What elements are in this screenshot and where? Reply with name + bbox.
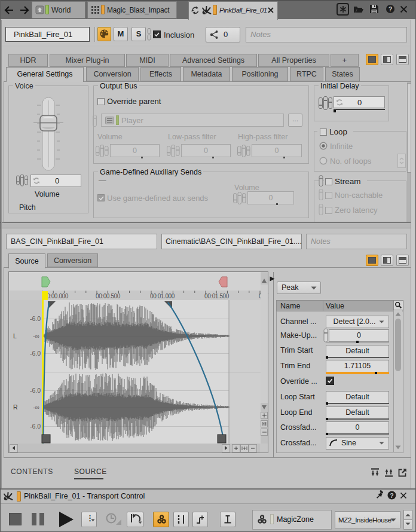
- svg-text:R: R: [13, 403, 18, 411]
- svg-text:00:01.000: 00:01.000: [150, 293, 175, 299]
- svg-text:L: L: [13, 332, 17, 340]
- svg-text:00:00.500: 00:00.500: [96, 293, 121, 299]
- svg-text:-6.0: -6.0: [30, 387, 41, 394]
- svg-text:-6.0: -6.0: [30, 350, 41, 357]
- svg-text:00:01.500: 00:01.500: [204, 293, 230, 299]
- svg-text:-∞: -∞: [33, 403, 39, 411]
- svg-text:?: ?: [389, 5, 393, 13]
- svg-text:-6.0: -6.0: [30, 315, 41, 322]
- svg-text:-6.0: -6.0: [30, 423, 41, 430]
- svg-text:-∞: -∞: [33, 332, 39, 340]
- svg-text:?: ?: [390, 492, 393, 499]
